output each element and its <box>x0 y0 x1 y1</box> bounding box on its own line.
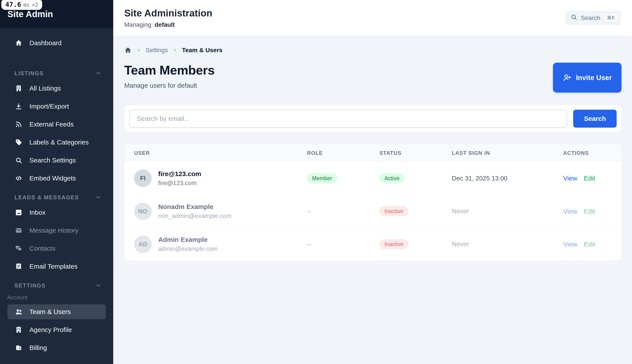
table-row: AD Admin Example admin@example.com – Ina… <box>124 228 621 260</box>
section-header-settings[interactable]: SETTINGS <box>0 282 113 289</box>
sidebar-item-all-listings[interactable]: All Listings <box>8 81 106 96</box>
sidebar-item-contacts[interactable]: Contacts <box>8 241 106 256</box>
sidebar-item-label: Embed Widgets <box>30 174 76 182</box>
role-cell: Member <box>307 173 379 184</box>
building-icon <box>15 326 22 334</box>
chats-icon <box>15 245 22 252</box>
breadcrumb-settings[interactable]: Settings <box>146 47 168 54</box>
home-icon <box>15 39 22 47</box>
mail-icon <box>15 227 22 234</box>
status-badge: Inactive <box>379 206 408 216</box>
search-icon <box>15 156 22 164</box>
role-empty: – <box>307 208 311 215</box>
edit-link[interactable]: Edit <box>584 208 595 215</box>
perf-unit: ms <box>23 2 30 8</box>
top-header: Site Administration Managing: default Se… <box>113 0 632 36</box>
code-icon <box>15 174 22 182</box>
search-icon <box>15 156 22 164</box>
team-members-table: USERROLESTATUSLAST SIGN INACTIONS FI fir… <box>124 144 621 260</box>
managing-label: Managing: <box>124 21 153 28</box>
view-link[interactable]: View <box>563 174 577 182</box>
section-label: SETTINGS <box>15 282 46 289</box>
last-sign-in-cell: Dec 31, 2025 13:00 <box>452 175 563 182</box>
mail-template-icon <box>15 263 22 270</box>
perf-multiplier: ×2 <box>32 2 38 8</box>
edit-link[interactable]: Edit <box>584 240 595 248</box>
chevron-down-icon <box>95 194 101 200</box>
sidebar-item-label: Inbox <box>30 209 46 216</box>
mail-icon <box>15 227 22 234</box>
status-badge: Active <box>379 173 404 184</box>
app-title: Site Administration <box>124 8 212 19</box>
wallet-icon <box>15 344 22 352</box>
actions-cell: View Edit <box>563 174 621 182</box>
view-link[interactable]: View <box>563 208 577 215</box>
sidebar: Site Admin Dashboard LISTINGS All Listin… <box>0 0 113 364</box>
sidebar-item-inbox[interactable]: Inbox <box>8 205 106 220</box>
sidebar-item-search-settings[interactable]: Search Settings <box>8 153 106 168</box>
sidebar-section-leads-messages: LEADS & MESSAGES Inbox Message History C… <box>0 194 113 274</box>
status-badge: Inactive <box>379 239 408 249</box>
user-cell: AD Admin Example admin@example.com <box>134 236 307 253</box>
sidebar-item-agency-profile[interactable]: Agency Profile <box>8 322 106 337</box>
user-email: fire@123.com <box>158 180 201 186</box>
section-header-listings[interactable]: LISTINGS <box>0 70 113 77</box>
chevron-right-icon <box>136 48 141 53</box>
actions-cell: View Edit <box>563 240 621 248</box>
edit-link[interactable]: Edit <box>584 174 595 182</box>
breadcrumb: SettingsTeam & Users <box>124 46 621 54</box>
user-email: non_admin@example.com <box>158 212 231 220</box>
chevron-down-icon <box>95 70 101 76</box>
email-search-input[interactable] <box>129 110 567 128</box>
page-title: Team Members <box>124 63 215 78</box>
last-sign-in-cell: Never <box>452 208 563 215</box>
sidebar-item-external-feeds[interactable]: External Feeds <box>8 117 106 132</box>
view-link[interactable]: View <box>563 240 577 248</box>
section-items: Team & Users Agency Profile Billing <box>0 304 113 355</box>
global-search-button[interactable]: Search ⌘K <box>565 11 621 25</box>
sidebar-item-dashboard[interactable]: Dashboard <box>8 36 106 50</box>
breadcrumb-team-users: Team & Users <box>182 47 222 54</box>
section-header-leads-messages[interactable]: LEADS & MESSAGES <box>0 194 113 201</box>
table-header-row: USERROLESTATUSLAST SIGN INACTIONS <box>124 144 621 162</box>
sidebar-item-embed-widgets[interactable]: Embed Widgets <box>8 171 106 186</box>
global-search-label: Search <box>581 14 600 22</box>
section-subheading: Account <box>0 294 113 301</box>
chevron-down-icon <box>95 194 101 200</box>
column-header-last-sign-in: LAST SIGN IN <box>452 150 563 156</box>
chevron-right-icon <box>172 48 178 53</box>
sidebar-item-team-users[interactable]: Team & Users <box>8 304 106 319</box>
home-icon <box>15 39 22 47</box>
code-icon <box>15 174 22 182</box>
sidebar-item-email-templates[interactable]: Email Templates <box>8 259 106 274</box>
invite-user-label: Invite User <box>576 74 612 82</box>
role-badge: Member <box>307 173 337 184</box>
sidebar-item-label: Contacts <box>30 245 55 252</box>
inbox-icon <box>15 209 22 216</box>
page-subtitle: Manage users for default <box>124 82 215 89</box>
invite-user-button[interactable]: Invite User <box>553 63 621 92</box>
last-sign-in-cell: Never <box>452 240 563 248</box>
table-row: NO Nonadm Example non_admin@example.com … <box>124 195 621 228</box>
page-head: Team Members Manage users for default In… <box>124 63 621 92</box>
user-name: Nonadm Example <box>158 203 231 210</box>
search-submit-button[interactable]: Search <box>573 110 617 128</box>
breadcrumb-home-link[interactable] <box>124 46 132 54</box>
member-search-card: Search <box>124 105 621 132</box>
app-root: Site Admin Dashboard LISTINGS All Listin… <box>0 0 632 364</box>
chevron-down-icon <box>95 70 101 76</box>
sidebar-item-labels-categories[interactable]: Labels & Categories <box>8 135 106 150</box>
page-head-text: Team Members Manage users for default <box>124 63 215 89</box>
sidebar-item-import-export[interactable]: Import/Export <box>8 99 106 114</box>
header-titles: Site Administration Managing: default <box>124 8 212 28</box>
sidebar-item-label: Email Templates <box>30 263 78 270</box>
sidebar-item-message-history[interactable]: Message History <box>8 223 106 238</box>
sidebar-item-billing[interactable]: Billing <box>8 340 106 355</box>
column-header-status: STATUS <box>379 150 452 156</box>
chats-icon <box>15 245 22 252</box>
rss-icon <box>15 120 22 128</box>
brand-label: Site Admin <box>8 9 53 19</box>
sidebar-item-label: Search Settings <box>30 156 76 164</box>
section-label: LEADS & MESSAGES <box>15 194 79 201</box>
mail-template-icon <box>15 263 22 270</box>
